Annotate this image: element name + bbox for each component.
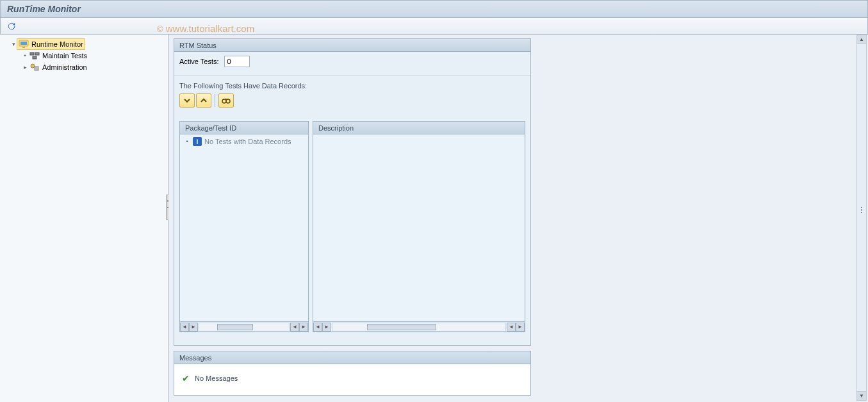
title-bar: RunTime Monitor	[0, 0, 868, 18]
empty-row-text: No Tests with Data Records	[204, 138, 291, 145]
expand-icon[interactable]: ▸	[22, 64, 28, 70]
grid-column-package: Package/Test ID • i No Tests with Data R…	[179, 121, 309, 332]
column-header-description[interactable]: Description	[313, 122, 525, 134]
rtm-panel-title: RTM Status	[174, 39, 530, 52]
scroll-thumb[interactable]	[367, 324, 436, 330]
scroll-thumb[interactable]	[217, 324, 253, 330]
scroll-track[interactable]	[857, 44, 866, 391]
rtm-status-panel: RTM Status Active Tests: The Following T…	[174, 38, 531, 346]
tests-icon	[29, 51, 40, 60]
refresh-icon	[7, 22, 16, 31]
monitor-icon	[19, 40, 29, 49]
svg-rect-1	[20, 42, 27, 45]
scroll-right-icon[interactable]: ►	[299, 323, 308, 332]
horizontal-scrollbar[interactable]: ◄ ► ◄ ►	[313, 321, 525, 332]
scroll-grip[interactable]	[858, 200, 865, 220]
svg-point-9	[226, 99, 230, 103]
collapse-all-button[interactable]	[196, 93, 211, 108]
info-icon: i	[193, 137, 202, 146]
find-button[interactable]	[218, 93, 234, 108]
collapse-icon[interactable]: ▾	[10, 41, 17, 47]
messages-panel: Messages ✔ No Messages	[174, 351, 531, 396]
scroll-left-step-icon[interactable]: ◄	[507, 323, 516, 332]
svg-rect-5	[33, 56, 37, 59]
tree-node-administration[interactable]: Administration	[28, 61, 88, 73]
bullet-icon: •	[184, 138, 190, 145]
chevron-up-icon	[200, 97, 208, 104]
tree-label: Runtime Monitor	[31, 40, 83, 48]
svg-rect-3	[30, 52, 34, 55]
navigation-tree: ▾ Runtime Monitor • Maintain Tests	[1, 38, 167, 73]
svg-rect-7	[35, 67, 38, 70]
tree-label: Administration	[42, 63, 87, 71]
vertical-scrollbar[interactable]: ▲ ▼	[856, 35, 867, 401]
tree-node-maintain-tests[interactable]: Maintain Tests	[28, 50, 88, 61]
scroll-right-step-icon[interactable]: ►	[322, 323, 331, 332]
active-tests-value[interactable]	[224, 56, 250, 67]
scroll-track[interactable]	[199, 323, 290, 332]
scroll-right-icon[interactable]: ►	[516, 323, 525, 332]
chevron-down-icon	[183, 97, 191, 104]
page-title: RunTime Monitor	[7, 4, 81, 14]
data-records-heading: The Following Tests Have Data Records:	[174, 76, 530, 92]
svg-point-6	[31, 64, 35, 68]
svg-point-8	[222, 99, 226, 103]
messages-panel-title: Messages	[174, 351, 530, 364]
tree-label: Maintain Tests	[42, 52, 87, 60]
column-header-package[interactable]: Package/Test ID	[180, 122, 308, 134]
grid-column-description: Description ◄ ► ◄ ►	[313, 121, 525, 332]
scroll-down-icon[interactable]: ▼	[857, 391, 866, 400]
navigation-tree-panel: ▾ Runtime Monitor • Maintain Tests	[0, 35, 168, 402]
scroll-track[interactable]	[332, 323, 506, 332]
app-toolbar	[0, 18, 868, 35]
tests-grid: Package/Test ID • i No Tests with Data R…	[179, 121, 525, 332]
check-icon: ✔	[182, 373, 190, 383]
expand-all-button[interactable]	[179, 93, 195, 108]
binoculars-icon	[222, 97, 231, 104]
scroll-left-icon[interactable]: ◄	[313, 323, 322, 332]
toolbar-separator	[215, 94, 215, 107]
tree-node-runtime-monitor[interactable]: Runtime Monitor	[17, 38, 85, 50]
svg-rect-2	[22, 47, 25, 48]
svg-rect-4	[35, 52, 39, 55]
bullet-icon: •	[22, 52, 28, 59]
refresh-button[interactable]	[4, 20, 19, 33]
scroll-up-icon[interactable]: ▲	[857, 35, 866, 44]
admin-icon	[29, 63, 40, 72]
scroll-left-icon[interactable]: ◄	[180, 323, 189, 332]
content-area: RTM Status Active Tests: The Following T…	[168, 35, 868, 402]
main-area: ▾ Runtime Monitor • Maintain Tests	[0, 35, 868, 402]
scroll-left-step-icon[interactable]: ◄	[290, 323, 299, 332]
active-tests-label: Active Tests:	[179, 58, 219, 65]
horizontal-scrollbar[interactable]: ◄ ► ◄ ►	[180, 321, 308, 332]
no-messages-text: No Messages	[195, 374, 238, 382]
scroll-right-step-icon[interactable]: ►	[189, 323, 198, 332]
grid-toolbar	[174, 92, 530, 111]
grid-empty-row: • i No Tests with Data Records	[184, 137, 304, 146]
